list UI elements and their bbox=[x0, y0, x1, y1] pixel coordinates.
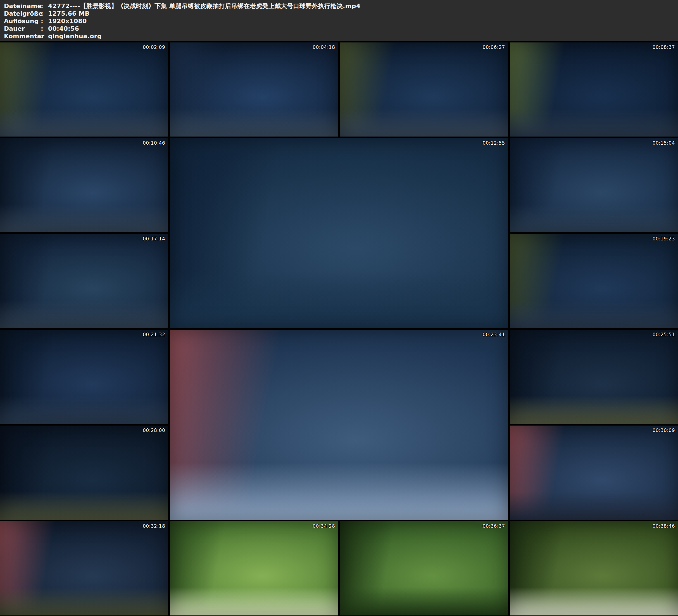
timestamp-badge: 00:06:27 bbox=[483, 44, 505, 50]
field-value-comment: qinglanhua.org bbox=[48, 32, 102, 40]
timestamp-badge: 00:10:46 bbox=[143, 140, 165, 146]
video-thumbnail[interactable]: 00:36:37 bbox=[340, 521, 508, 615]
timestamp-badge: 00:34:28 bbox=[313, 523, 335, 529]
file-info-row: Auflösung : 1920x1080 bbox=[4, 17, 674, 25]
field-label-filename: Dateiname bbox=[4, 2, 41, 10]
video-thumbnail[interactable]: 00:38:46 bbox=[510, 521, 678, 615]
field-label-filesize: Dateigröße bbox=[4, 10, 41, 17]
video-thumbnail[interactable]: 00:02:09 bbox=[0, 42, 168, 137]
thumbnail-grid: 00:02:0900:04:1800:06:2700:08:3700:10:46… bbox=[0, 42, 678, 615]
timestamp-badge: 00:25:51 bbox=[652, 332, 675, 337]
timestamp-badge: 00:21:32 bbox=[143, 332, 165, 337]
video-thumbnail[interactable]: 00:15:04 bbox=[510, 138, 678, 232]
file-info-row: Dauer : 00:40:56 bbox=[4, 25, 674, 32]
video-thumbnail[interactable]: 00:21:32 bbox=[0, 330, 168, 424]
video-thumbnail[interactable]: 00:06:27 bbox=[340, 42, 508, 137]
field-label-comment: Kommentar bbox=[4, 32, 41, 40]
video-thumbnail[interactable]: 00:08:37 bbox=[510, 42, 678, 137]
timestamp-badge: 00:08:37 bbox=[652, 44, 675, 50]
file-info-header: Dateiname : 42772----【胜景影视】《决战时刻》下集 单腿吊缚… bbox=[0, 0, 678, 41]
timestamp-badge: 00:04:18 bbox=[313, 44, 335, 50]
field-separator: : bbox=[41, 32, 48, 40]
video-thumbnail[interactable]: 00:10:46 bbox=[0, 138, 168, 232]
video-thumbnail[interactable]: 00:28:00 bbox=[0, 426, 168, 519]
timestamp-badge: 00:30:09 bbox=[652, 427, 675, 433]
timestamp-badge: 00:32:18 bbox=[143, 523, 165, 529]
field-value-duration: 00:40:56 bbox=[48, 25, 79, 32]
video-thumbnail[interactable]: 00:17:14 bbox=[0, 234, 168, 328]
field-separator: : bbox=[41, 17, 48, 25]
video-thumbnail[interactable]: 00:04:18 bbox=[170, 42, 338, 137]
field-separator: : bbox=[41, 25, 48, 32]
video-thumbnail[interactable]: 00:19:23 bbox=[510, 234, 678, 328]
timestamp-badge: 00:38:46 bbox=[652, 523, 675, 529]
field-label-duration: Dauer bbox=[4, 25, 41, 32]
timestamp-badge: 00:02:09 bbox=[143, 44, 165, 50]
video-thumbnail[interactable]: 00:25:51 bbox=[510, 330, 678, 424]
timestamp-badge: 00:15:04 bbox=[652, 140, 675, 146]
timestamp-badge: 00:17:14 bbox=[143, 236, 165, 241]
field-value-filename: 42772----【胜景影视】《决战时刻》下集 单腿吊缚被皮鞭抽打后吊绑在老虎凳… bbox=[48, 2, 361, 10]
file-info-row: Dateiname : 42772----【胜景影视】《决战时刻》下集 单腿吊缚… bbox=[4, 2, 674, 10]
video-thumbnail[interactable]: 00:12:55 bbox=[170, 138, 508, 328]
timestamp-badge: 00:19:23 bbox=[652, 236, 675, 241]
field-separator: : bbox=[41, 2, 48, 10]
timestamp-badge: 00:23:41 bbox=[483, 332, 505, 337]
field-separator: : bbox=[41, 10, 48, 17]
video-thumbnail[interactable]: 00:34:28 bbox=[170, 521, 338, 615]
timestamp-badge: 00:36:37 bbox=[483, 523, 505, 529]
timestamp-badge: 00:12:55 bbox=[483, 140, 505, 146]
file-info-row: Dateigröße : 1275.66 MB bbox=[4, 10, 674, 17]
timestamp-badge: 00:28:00 bbox=[143, 427, 165, 433]
file-info-row: Kommentar : qinglanhua.org bbox=[4, 32, 674, 40]
field-value-filesize: 1275.66 MB bbox=[48, 10, 90, 17]
field-label-resolution: Auflösung bbox=[4, 17, 41, 25]
video-thumbnail[interactable]: 00:32:18 bbox=[0, 521, 168, 615]
video-thumbnail[interactable]: 00:23:41 bbox=[170, 330, 508, 519]
video-thumbnail[interactable]: 00:30:09 bbox=[510, 426, 678, 519]
field-value-resolution: 1920x1080 bbox=[48, 17, 87, 25]
